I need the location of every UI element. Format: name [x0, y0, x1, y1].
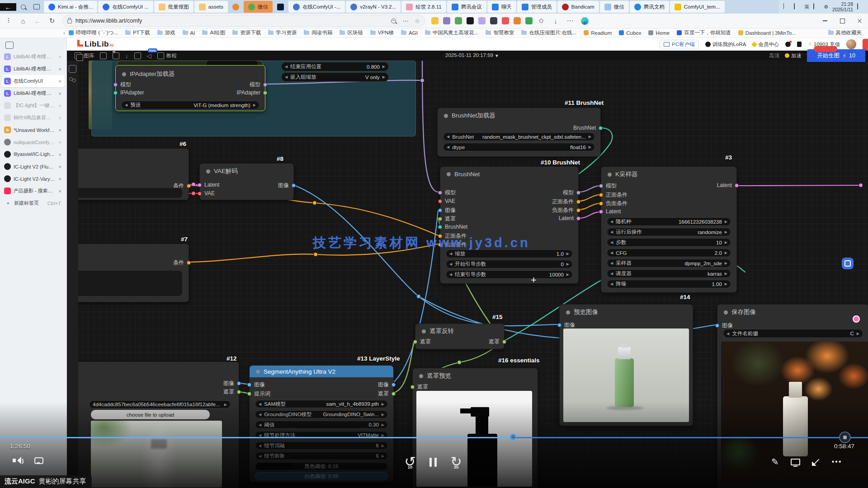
output-port-遮罩[interactable]: 遮罩	[489, 338, 506, 346]
back-icon[interactable]: ←	[32, 15, 43, 27]
arrow-right-icon[interactable]: ▶	[566, 272, 569, 277]
widget-BrushNet[interactable]: ◀BrushNetrandom_mask_brushnet_ckpt_sdxl.…	[443, 132, 595, 141]
input-port-图像[interactable]: 图像	[247, 381, 265, 389]
output-port-图像[interactable]: 图像	[223, 380, 241, 387]
arrow-right-icon[interactable]: ▶	[382, 423, 384, 427]
ext-leaf[interactable]	[525, 17, 533, 24]
pc-client-button[interactable]: PC客户端	[660, 40, 698, 49]
generate-button[interactable]: 开始生图 ⚡ 10	[807, 49, 865, 62]
arrow-right-icon[interactable]: ▶	[725, 220, 727, 224]
close-icon[interactable]: ×	[58, 54, 62, 60]
ext-red[interactable]	[502, 17, 509, 24]
share-icon[interactable]: ◁New	[147, 52, 151, 59]
ext-purple[interactable]	[443, 17, 450, 24]
collapse-dot-icon[interactable]	[444, 114, 448, 118]
arrow-left-icon[interactable]: ◀	[610, 261, 613, 265]
arrow-right-icon[interactable]: ▶	[382, 444, 384, 448]
translate-icon[interactable]: ⋯	[402, 18, 408, 24]
arrow-right-icon[interactable]: ▶	[589, 135, 591, 139]
node-vae-decode[interactable]: VAE解码LatentVAE图像	[199, 163, 294, 200]
node-mask-preview[interactable]: 遮罩预览遮罩	[412, 368, 538, 488]
arrow-left-icon[interactable]: ◀	[449, 262, 452, 266]
node-ipadapter-params[interactable]: ◀结束应用位置0.800▶◀嵌入组缩放V only▶	[276, 61, 394, 84]
arrow-left-icon[interactable]: ◀	[610, 272, 613, 276]
output-port-Latent[interactable]: Latent	[717, 182, 739, 188]
arrow-left-icon[interactable]: ◀	[447, 145, 449, 149]
node-preview-image[interactable]: 预览图像图像	[559, 304, 693, 426]
widget-结束引导步数[interactable]: ◀结束引导步数10000▶	[446, 270, 573, 279]
browser-menu-icon[interactable]: ⋯	[564, 15, 576, 27]
close-icon[interactable]: ×	[58, 176, 62, 182]
output-port-模型[interactable]: 模型	[250, 81, 267, 89]
widget-嵌入组缩放[interactable]: ◀嵌入组缩放V only▶	[281, 72, 389, 82]
sidebar-tab-6[interactable]: ⚙*Unsaved Workflow (2)×	[2, 124, 65, 136]
widget-调度器[interactable]: ◀调度器karras▶	[607, 269, 731, 278]
input-port-正面条件[interactable]: 正面条件	[599, 191, 627, 199]
address-bar[interactable]: https://www.liblib.art/comfy ⋯ ☆	[62, 15, 425, 27]
ext-black-h[interactable]	[467, 17, 474, 24]
widget-细节消融[interactable]: ◀细节消融6▶	[255, 441, 388, 450]
train-lora-button[interactable]: 训练我的LoRA	[705, 41, 746, 48]
close-icon[interactable]: ×	[58, 164, 62, 169]
taskbar-item-tencent-chat[interactable]: 聊天	[487, 1, 516, 13]
arrow-left-icon[interactable]: ◀	[285, 65, 288, 69]
output-port-BrushNet[interactable]: BrushNet	[573, 125, 603, 131]
arrow-left-icon[interactable]: ◀	[259, 454, 261, 458]
input-port-VAE[interactable]: VAE	[198, 190, 215, 197]
output-port-图像[interactable]: 图像	[278, 182, 296, 189]
node-brushnet[interactable]: BrushNet模型VAE图像遮罩BrushNet正面条件负面条件模型正面条件负…	[440, 166, 579, 284]
workspace-icon[interactable]: ⌂	[17, 15, 29, 27]
input-port-提示词[interactable]: 提示词	[247, 390, 270, 398]
arrow-left-icon[interactable]: ◀	[610, 240, 613, 244]
arrow-left-icon[interactable]: ◀	[125, 103, 127, 107]
new-tab-pane-icon[interactable]	[5, 42, 14, 49]
arrow-right-icon[interactable]: ▶	[857, 332, 859, 336]
close-icon[interactable]: ×	[58, 127, 62, 133]
ext-green-globe[interactable]	[455, 17, 462, 24]
favorite-star-icon[interactable]: ☆	[415, 18, 420, 24]
taskbar-item-huishi[interactable]: 绘世 2.8.11	[401, 1, 446, 13]
node-segment-anything[interactable]: SegmentAnything Ultra V2图像提示词图像遮罩◀SAM模型s…	[249, 365, 394, 483]
bookmark-item-0[interactable]: 哔哩哔哩 ( ´-`)つ...	[69, 29, 118, 36]
bookmark-item-13[interactable]: 在线压缩图片:在线...	[521, 29, 576, 36]
input-port-图像[interactable]: 图像	[715, 322, 733, 329]
node-ipadapter-loader[interactable]: IPAdapter加载器模型IPAdapter模型IPAdapter◀预设ViT…	[115, 65, 265, 111]
input-port-模型[interactable]: 模型	[113, 81, 131, 89]
arrow-right-icon[interactable]: ▶	[382, 454, 384, 458]
bookmark-item-7[interactable]: 阅读书籍	[304, 29, 332, 36]
download-icon[interactable]: ↓	[125, 52, 128, 59]
input-port-图像[interactable]: 图像	[438, 206, 456, 214]
arrow-right-icon[interactable]: ▶	[589, 145, 591, 149]
settings-gear-icon[interactable]: ⚙	[824, 4, 828, 10]
output-port-模型[interactable]: 模型	[563, 189, 580, 197]
hd-toggle[interactable]: 高清	[769, 52, 779, 59]
messages-icon[interactable]	[785, 42, 791, 47]
taskbar-item-v2rayn[interactable]: v2rayN - V3.2...	[346, 1, 401, 13]
arrow-left-icon[interactable]: ◀	[449, 272, 452, 277]
arrow-right-icon[interactable]: ▶	[725, 261, 727, 265]
arrow-right-icon[interactable]: ▶	[382, 65, 385, 69]
collapse-dot-icon[interactable]	[566, 310, 570, 314]
community-icon[interactable]	[69, 77, 76, 84]
taskbar-item-comfyui-window[interactable]: 在线ComfyUI ...	[98, 1, 153, 13]
ext-lavender[interactable]	[478, 17, 486, 24]
input-port-负面条件[interactable]: 负面条件	[599, 200, 627, 207]
widget-细节处理方法[interactable]: ◀细节处理方法VITMatte▶	[255, 431, 388, 439]
sidebar-tab-3[interactable]: LLiblibAI-哩布哩布AI - 哩×	[2, 87, 65, 99]
arrow-left-icon[interactable]: ◀	[259, 433, 261, 437]
save-icon[interactable]	[134, 52, 141, 59]
input-port-BrushNet[interactable]: BrushNet	[438, 224, 467, 230]
node-load-image[interactable]: 图像图像遮罩4d4caddc857bec6a05b546ceebacfe6f01…	[66, 361, 239, 488]
arrow-right-icon[interactable]: ▶	[725, 282, 727, 286]
arrow-right-icon[interactable]: ▶	[725, 272, 727, 276]
taskbar-item-wechat[interactable]: 微信	[244, 1, 273, 13]
output-port-遮罩[interactable]: 遮罩	[378, 390, 396, 398]
widget-阈值[interactable]: ◀阈值0.30▶	[255, 421, 388, 429]
input-port-模型[interactable]: 模型	[599, 182, 617, 190]
sidebar-tab-4[interactable]: 【IC-light】一键商品换×	[2, 99, 65, 112]
close-icon[interactable]: ×	[58, 66, 62, 72]
widget-随机种[interactable]: ◀随机种166612326038238▶	[607, 217, 731, 226]
widget-dtype[interactable]: ◀dtypefloat16▶	[443, 143, 595, 151]
arrow-right-icon[interactable]: ▶	[566, 262, 569, 266]
task-view-icon[interactable]	[30, 4, 43, 9]
